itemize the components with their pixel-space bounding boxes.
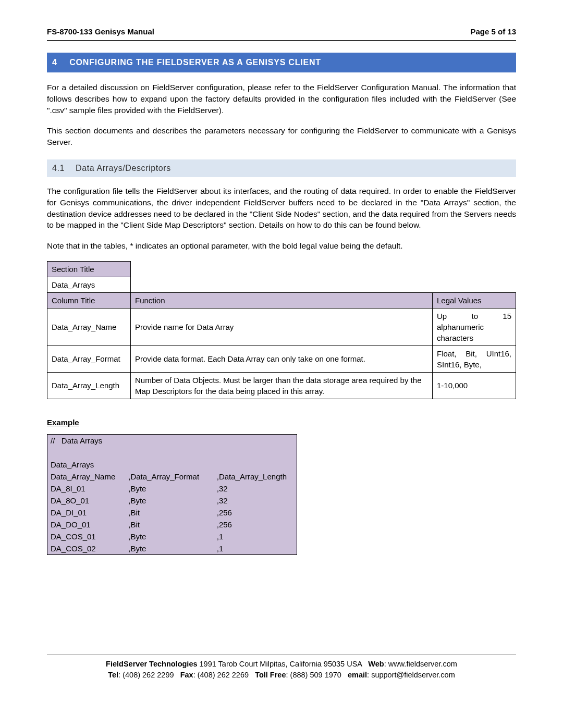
example-header-cell: ,Data_Array_Length xyxy=(214,471,297,483)
example-label: Example xyxy=(47,417,516,428)
cell-function: Number of Data Objects. Must be larger t… xyxy=(131,372,433,399)
paragraph: This section documents and describes the… xyxy=(47,125,516,147)
example-header-cell: Data_Array_Name xyxy=(47,471,126,483)
section-title: CONFIGURING THE FIELDSERVER AS A GENISYS… xyxy=(69,58,321,67)
doc-title: FS-8700-133 Genisys Manual xyxy=(47,26,154,37)
column-title-label: Column Title xyxy=(47,292,131,308)
footer-tollfree: (888) 509 1970 xyxy=(290,671,341,679)
cell-function: Provide data format. Each Data Array can… xyxy=(131,346,433,372)
cell-column: Data_Array_Length xyxy=(47,372,131,399)
footer-tollfree-label: Toll Free xyxy=(255,671,286,679)
example-cell: DA_8O_01 xyxy=(47,495,126,507)
example-cell: ,1 xyxy=(214,542,297,555)
example-cell: DA_DI_01 xyxy=(47,507,126,519)
paragraph: Note that in the tables, * indicates an … xyxy=(47,240,516,252)
example-cell: Data_Arrays xyxy=(47,459,126,471)
legal-values-label: Legal Values xyxy=(433,292,516,308)
example-table: // Data Arrays Data_Arrays Data_Array_Na… xyxy=(47,434,297,555)
table-row: Data_Array_Length Number of Data Objects… xyxy=(47,372,516,399)
example-cell: ,Byte xyxy=(125,530,214,542)
subsection-number: 4.1 xyxy=(52,163,73,174)
cell-function: Provide name for Data Array xyxy=(131,308,433,346)
footer-email-label: email xyxy=(348,671,367,679)
example-cell: ,Bit xyxy=(125,519,214,530)
cell-legal: Up to 15 alphanumeric characters xyxy=(433,308,516,346)
table-row: Data_Array_Format Provide data format. E… xyxy=(47,346,516,372)
example-cell: ,Byte xyxy=(125,483,214,495)
footer-fax: (408) 262 2269 xyxy=(198,671,249,679)
footer-fax-label: Fax xyxy=(180,671,193,679)
example-header-cell: ,Data_Array_Format xyxy=(125,471,214,483)
example-cell: ,Byte xyxy=(125,495,214,507)
example-cell: ,1 xyxy=(214,530,297,542)
footer-company: FieldServer Technologies xyxy=(106,660,197,668)
section-number: 4 xyxy=(52,57,67,68)
example-cell: ,256 xyxy=(214,507,297,519)
footer-tel: (408) 262 2299 xyxy=(123,671,174,679)
function-label: Function xyxy=(131,292,433,308)
example-cell: ,Bit xyxy=(125,507,214,519)
example-cell: DA_8I_01 xyxy=(47,483,126,495)
spec-table: Section Title Data_Arrays Column Title F… xyxy=(47,261,516,399)
footer-address: 1991 Tarob Court Milpitas, California 95… xyxy=(200,660,362,668)
subsection-title: Data Arrays/Descriptors xyxy=(76,164,171,172)
footer-tel-label: Tel xyxy=(108,671,118,679)
example-cell: DA_COS_02 xyxy=(47,542,126,555)
page-footer: FieldServer Technologies 1991 Tarob Cour… xyxy=(47,654,516,682)
example-cell: // Data Arrays xyxy=(47,434,126,447)
subsection-heading: 4.1 Data Arrays/Descriptors xyxy=(47,159,516,177)
page-number: Page 5 of 13 xyxy=(470,26,516,37)
paragraph: The configuration file tells the FieldSe… xyxy=(47,186,516,231)
example-cell: ,Byte xyxy=(125,542,214,555)
cell-column: Data_Array_Format xyxy=(47,346,131,372)
footer-web: www.fieldserver.com xyxy=(388,660,457,668)
footer-web-label: Web xyxy=(368,660,384,668)
example-cell: DA_COS_01 xyxy=(47,530,126,542)
footer-email: support@fieldserver.com xyxy=(371,671,455,679)
paragraph: For a detailed discussion on FieldServer… xyxy=(47,82,516,116)
section-heading: 4 CONFIGURING THE FIELDSERVER AS A GENIS… xyxy=(47,53,516,72)
section-title-value: Data_Arrays xyxy=(47,277,131,292)
table-row: Data_Array_Name Provide name for Data Ar… xyxy=(47,308,516,346)
cell-column: Data_Array_Name xyxy=(47,308,131,346)
example-cell: ,32 xyxy=(214,495,297,507)
cell-legal: Float, Bit, UInt16, SInt16, Byte, xyxy=(433,346,516,372)
section-title-label: Section Title xyxy=(47,261,131,277)
cell-legal: 1-10,000 xyxy=(433,372,516,399)
example-cell: ,32 xyxy=(214,483,297,495)
example-cell: DA_DO_01 xyxy=(47,519,126,530)
page-header: FS-8700-133 Genisys Manual Page 5 of 13 xyxy=(47,26,516,41)
example-cell: ,256 xyxy=(214,519,297,530)
